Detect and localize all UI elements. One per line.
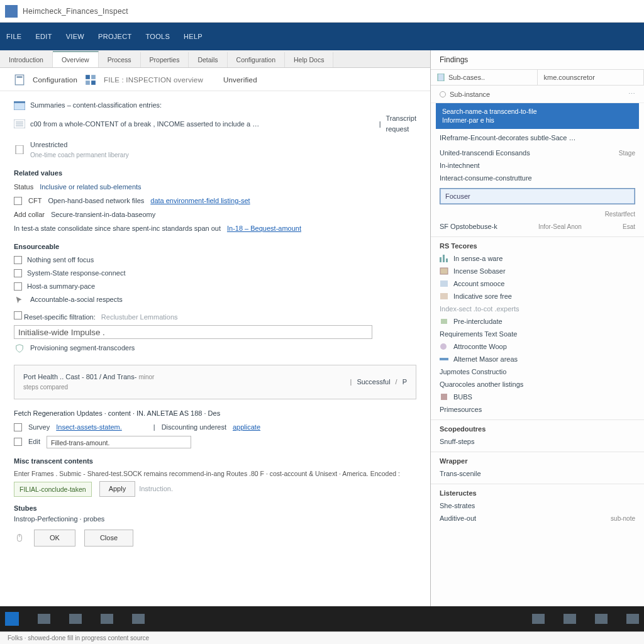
rp-r12[interactable]: BUBS <box>453 393 472 401</box>
misc-green-chip[interactable]: FILIAL-conclude-taken <box>14 482 92 497</box>
search2-text: kme.counscretor <box>544 74 595 81</box>
right-panel-selected-item[interactable]: Search-name-a transcend-to-file Informer… <box>436 103 639 129</box>
rel-r1-right-link[interactable]: applicate <box>233 422 260 433</box>
right-panel: Findings Sub-cases.. kme.counscretor Sub… <box>430 50 644 606</box>
cube-icon <box>440 393 448 401</box>
after-sel-text: IReframe-Encount-decorates subtle-Sace … <box>440 134 575 142</box>
tag-icon <box>440 318 448 325</box>
radio-icon[interactable] <box>440 91 446 97</box>
rp-i3[interactable]: Interact-consume-construtture <box>440 174 532 182</box>
rp-i4-note: Infor-Seal Anon <box>538 223 582 230</box>
rp-i2[interactable]: In-intechnent <box>440 162 480 169</box>
menu-help[interactable]: HELP <box>184 33 203 40</box>
rp-r13[interactable]: Primesources <box>440 406 482 413</box>
taskbar-tray-2[interactable] <box>564 614 576 624</box>
reset-checkbox[interactable] <box>14 311 22 319</box>
window-title: Heimcheck_Finances_Inspect <box>23 7 128 16</box>
menu-file[interactable]: FILE <box>6 33 21 40</box>
rp-r11[interactable]: Quarocoles another listings <box>440 380 523 388</box>
search-cell-1[interactable]: Sub-cases.. <box>431 70 538 85</box>
tab-process[interactable]: Process <box>99 52 141 67</box>
section-related-values: Related values <box>14 168 416 179</box>
square-icon <box>440 267 448 275</box>
taskbar-app-3[interactable] <box>101 614 113 624</box>
menu-view[interactable]: VIEW <box>66 33 84 40</box>
pointer-icon <box>14 296 25 304</box>
menu-edit[interactable]: EDIT <box>35 33 52 40</box>
rp-focus-input[interactable]: Focuser <box>440 188 635 204</box>
rp-s1[interactable]: Snuff-steps <box>440 438 474 445</box>
rp-r4[interactable]: Indicative sore free <box>453 292 512 300</box>
assert-2-checkbox[interactable] <box>14 269 22 277</box>
misc-after-text: Instruction. <box>139 484 173 494</box>
assert-2-text: System-State response-connect <box>27 268 126 279</box>
assert-3-checkbox[interactable] <box>14 282 22 291</box>
param-cft-link[interactable]: data environment-field listing-set <box>150 196 250 206</box>
rp-r6[interactable]: Pre-intercludate <box>453 318 502 325</box>
rp-l1[interactable]: She-strates <box>440 502 475 509</box>
rel-r1-link[interactable]: Insect-assets-statem. <box>56 422 122 433</box>
svg-rect-20 <box>440 280 448 287</box>
param-status-value: Inclusive or related sub-elements <box>40 182 141 192</box>
tab-details[interactable]: Details <box>189 52 227 67</box>
panel-minor-text: minor <box>138 374 154 380</box>
param-article-link[interactable]: In-18 – Bequest-amount <box>227 223 301 234</box>
page-icon <box>437 74 445 81</box>
provisioning-label: Provisioning segment-transcoders <box>30 343 135 353</box>
svg-rect-25 <box>441 394 447 400</box>
tab-help-docs[interactable]: Help Docs <box>285 52 333 67</box>
tab-overview[interactable]: Overview <box>53 51 99 67</box>
rp-r1[interactable]: In sense-a ware <box>453 255 502 262</box>
rp-i1[interactable]: United-transcendi Econsands <box>440 149 530 157</box>
panel-status-text: Successful <box>357 377 390 387</box>
rp-l2[interactable]: Auditive-out <box>440 514 476 522</box>
ok-button[interactable]: OK <box>34 530 75 547</box>
param-cft-checkbox[interactable] <box>14 197 22 205</box>
rp-i4[interactable]: SF Opstobebuse-k <box>440 223 497 230</box>
search-cell-2[interactable]: kme.counscretor <box>538 70 645 85</box>
titlebar: Heimcheck_Finances_Inspect <box>0 0 644 23</box>
rp-l2-note: sub-note <box>611 515 635 522</box>
svg-rect-15 <box>438 74 444 81</box>
statusbar: Folks · showed-done fill in progress con… <box>0 631 644 644</box>
rp-m1[interactable]: Trans-scenile <box>440 470 481 477</box>
taskbar-tray-4[interactable] <box>626 614 639 624</box>
rp-r10[interactable]: Jupmotes Constructio <box>440 368 506 375</box>
apply-button[interactable]: Apply <box>99 481 136 497</box>
menu-project[interactable]: PROJECT <box>98 33 131 40</box>
rp-r3[interactable]: Account smooce <box>453 280 504 287</box>
taskbar-app-1[interactable] <box>38 614 50 624</box>
rp-r9[interactable]: Alternet Masor areas <box>453 355 518 363</box>
rp-section-wrapper: Wrapper <box>431 452 644 467</box>
header-tag: Unverified <box>223 76 257 84</box>
taskbar-tray-3[interactable] <box>595 614 608 624</box>
misc-line: Enter Frames . Submic ‑ Shared-test.SOCK… <box>14 469 416 479</box>
rp-r5[interactable]: Index-sect .to-cot .experts <box>440 305 519 313</box>
rel-r1-label: Survey <box>28 422 50 433</box>
rp-r2[interactable]: Incense Sobaser <box>453 267 506 275</box>
close-button[interactable]: Close <box>84 530 133 547</box>
main-pane: Introduction Overview Process Properties… <box>0 50 430 606</box>
document-body: Summaries – content-classification entri… <box>0 91 430 606</box>
rp-r7[interactable]: Requirements Text Soate <box>440 330 517 338</box>
tab-properties[interactable]: Properties <box>141 52 189 67</box>
taskbar-app-2[interactable] <box>69 614 82 624</box>
start-button[interactable] <box>5 612 19 626</box>
menu-tools[interactable]: TOOLS <box>145 33 170 40</box>
svg-rect-21 <box>440 293 448 299</box>
rel-r2-input[interactable]: Filled-trans-amount. <box>47 436 191 448</box>
rel-r2-checkbox[interactable] <box>14 438 22 446</box>
right-panel-list[interactable]: United-transcendi EconsandsStage In-inte… <box>431 144 644 606</box>
taskbar-tray-1[interactable] <box>532 614 545 624</box>
svg-rect-22 <box>441 319 447 324</box>
svg-rect-17 <box>443 255 445 262</box>
taskbar-app-4[interactable] <box>132 614 145 624</box>
rel-r1-checkbox[interactable] <box>14 423 22 431</box>
assert-4-text: Accountable-a-social respects <box>30 294 123 305</box>
reset-field-input[interactable] <box>14 325 372 339</box>
tab-introduction[interactable]: Introduction <box>0 52 53 67</box>
tab-configuration[interactable]: Configuration <box>228 52 285 67</box>
circle-icon <box>440 343 448 350</box>
rp-r8[interactable]: Attrocontte Woop <box>453 343 507 350</box>
assert-1-checkbox[interactable] <box>14 256 22 264</box>
